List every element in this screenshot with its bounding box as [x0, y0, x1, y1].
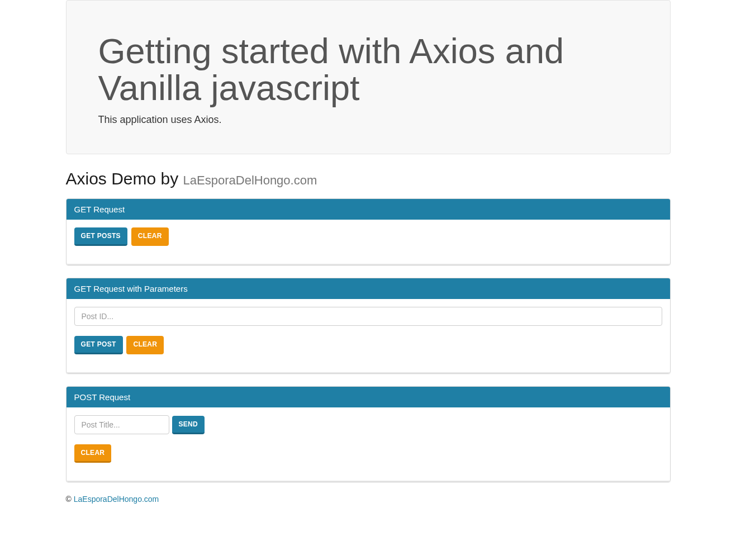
heading-author: LaEsporaDelHongo.com [183, 173, 317, 187]
panel-get-request: GET Request GET POSTS CLEAR [66, 198, 671, 265]
footer-link[interactable]: LaEsporaDelHongo.com [74, 495, 159, 504]
page-title: Getting started with Axios and Vanilla j… [98, 32, 638, 106]
page-subtitle: This application uses Axios. [98, 114, 638, 126]
get-posts-button[interactable]: GET POSTS [74, 227, 127, 246]
panel-header: GET Request [67, 199, 670, 220]
post-title-input[interactable] [74, 415, 169, 434]
copyright-symbol: © [66, 495, 74, 504]
jumbotron: Getting started with Axios and Vanilla j… [66, 0, 671, 154]
panel-header: GET Request with Parameters [67, 278, 670, 299]
panel-post-request: POST Request SEND CLEAR [66, 386, 671, 482]
clear-button[interactable]: CLEAR [74, 444, 112, 463]
get-post-button[interactable]: GET POST [74, 336, 123, 354]
panel-body: SEND CLEAR [67, 407, 670, 482]
send-button[interactable]: SEND [172, 416, 205, 434]
footer: © LaEsporaDelHongo.com [66, 495, 671, 515]
panel-body: GET POST CLEAR [67, 299, 670, 373]
panel-body: GET POSTS CLEAR [67, 220, 670, 265]
section-heading: Axios Demo by LaEsporaDelHongo.com [66, 169, 671, 188]
clear-button[interactable]: CLEAR [131, 227, 169, 246]
panel-header: POST Request [67, 387, 670, 407]
post-id-input[interactable] [74, 307, 662, 326]
heading-prefix: Axios Demo by [66, 169, 183, 188]
panel-get-request-params: GET Request with Parameters GET POST CLE… [66, 278, 671, 374]
clear-button[interactable]: CLEAR [126, 336, 164, 354]
